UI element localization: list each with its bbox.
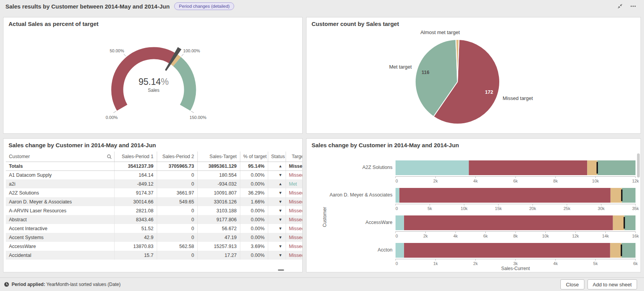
- bullet-bar-accessware[interactable]: 02k4k6k8k10k12k14k16k: [396, 215, 637, 241]
- x-axis-tick-label: 0: [396, 206, 398, 211]
- table-row: a2i-849.120-934.0320.00%▲Met: [6, 179, 302, 188]
- measure-bar: [396, 160, 469, 175]
- status-cell: ▼: [268, 215, 286, 224]
- gauge-tick: [191, 111, 194, 113]
- bullet-chart: A2Z Solutions02k4k6k8k10k12kAaron D. Mey…: [307, 139, 641, 272]
- column-header-target[interactable]: Target: [286, 152, 302, 162]
- pct-of-target-cell: 0.00%: [240, 179, 268, 188]
- more-menu-icon[interactable]: [630, 3, 636, 9]
- gauge-tick-label: 0.00%: [106, 115, 118, 120]
- collapse-icon[interactable]: [617, 3, 623, 9]
- column-header--of-target[interactable]: % of target: [240, 152, 268, 162]
- x-axis-tick-label: 0: [396, 179, 398, 183]
- gauge-tick: [113, 111, 116, 113]
- pie-chart[interactable]: 172Missed target116Met targetAlmost met …: [307, 17, 641, 133]
- close-button[interactable]: Close: [560, 279, 584, 289]
- column-header-sales-period-1[interactable]: Sales-Period 1: [114, 152, 157, 162]
- sales-target-cell: 17.27: [197, 251, 240, 260]
- x-axis-tick-label: 15k: [495, 206, 502, 211]
- sales-period1-cell: 13870.83: [114, 242, 157, 251]
- x-axis-tick-label: 2k: [423, 234, 428, 238]
- target-marker: [596, 162, 598, 174]
- vertical-scrollbar-thumb[interactable]: [637, 153, 640, 177]
- sales-period2-cell: 549.65: [157, 197, 197, 206]
- customer-cell[interactable]: Abstract: [6, 215, 114, 224]
- range-missed: [469, 160, 587, 175]
- customer-cell[interactable]: Aaron D. Meyer & Associates: [6, 197, 114, 206]
- x-axis-tick-label: 20k: [529, 206, 536, 211]
- customer-cell[interactable]: A1 Datacom Supply: [6, 170, 114, 179]
- pct-of-target-cell: 1.66%: [240, 197, 268, 206]
- customer-cell[interactable]: Accidental: [6, 251, 114, 260]
- bullet-bar-label: AccessWare: [307, 220, 392, 225]
- column-header-status[interactable]: Status: [268, 152, 286, 162]
- customer-cell[interactable]: a2i: [6, 179, 114, 188]
- x-axis-tick-label: 10k: [592, 179, 599, 183]
- customer-cell[interactable]: A2Z Solutions: [6, 188, 114, 197]
- gauge-chart[interactable]: 0.00%50.00%100.00%150.00%95.14%Sales: [3, 17, 302, 133]
- bullet-x-axis-label: Sales-Current: [396, 266, 635, 271]
- target-result-cell: Missed: [286, 215, 302, 224]
- table-row: Abstract8343.4609177.8060.00%▼Missed: [6, 215, 302, 224]
- target-result-cell: Missed: [286, 206, 302, 215]
- pie-slice-label: Almost met target: [420, 29, 460, 35]
- bullet-chart-panel: Sales change by Customer in 2014-May and…: [306, 138, 641, 272]
- pct-of-target-cell: 0.00%: [240, 251, 268, 260]
- add-to-new-sheet-button[interactable]: Add to new sheet: [587, 279, 637, 289]
- sales-target-cell: 10091.807: [197, 188, 240, 197]
- customer-cell[interactable]: Accent Systems: [6, 233, 114, 242]
- customer-cell[interactable]: AccessWare: [6, 242, 114, 251]
- pct-of-target-cell: 95.14%: [240, 162, 268, 170]
- target-marker: [621, 245, 622, 256]
- target-marker: [621, 189, 623, 201]
- pie-value-label: 116: [421, 70, 429, 75]
- sales-target-cell: 180.554: [197, 170, 240, 179]
- status-cell: ▼: [268, 224, 286, 233]
- status-cell: ▼: [268, 188, 286, 197]
- bullet-bar-a2z-solutions[interactable]: 02k4k6k8k10k12k: [396, 160, 637, 186]
- measure-bar: [396, 215, 404, 230]
- x-axis-tick-label: 10k: [542, 234, 549, 238]
- pie-value-label: 172: [485, 90, 493, 95]
- table-row: A-ARVIN Laser Resources2821.0803103.1880…: [6, 206, 302, 215]
- sales-period2-cell: 562.58: [157, 242, 197, 251]
- sales-period2-cell: 0: [157, 224, 197, 233]
- customer-cell[interactable]: Totals: [6, 162, 114, 170]
- customer-cell[interactable]: Accent Interactive: [6, 224, 114, 233]
- gauge-panel: Actual Sales as percent of target 0.00%5…: [3, 17, 303, 134]
- period-applied-text: Period applied: YearMonth-last sorted va…: [12, 282, 120, 287]
- status-cell: ▼: [268, 242, 286, 251]
- table-row: A1 Datacom Supply164.140180.5540.00%▼Mis…: [6, 170, 302, 179]
- x-axis-tick-label: 0: [396, 234, 398, 238]
- period-applied-value: YearMonth-last sorted values (Date): [46, 282, 121, 287]
- sales-table: CustomerSales-Period 1Sales-Period 2Sale…: [6, 152, 302, 260]
- x-axis-tick-label: 1k: [433, 261, 438, 266]
- x-axis-tick-label: 35k: [632, 206, 639, 211]
- range-missed: [404, 215, 613, 230]
- pct-of-target-cell: 0.00%: [240, 224, 268, 233]
- bullet-bar-aaron-d-meyer-associates[interactable]: 05k10k15k20k25k30k35k: [396, 188, 637, 214]
- customer-cell[interactable]: A-ARVIN Laser Resources: [6, 206, 114, 215]
- target-result-cell: Missed: [286, 197, 302, 206]
- sales-period1-cell: 42.9: [114, 233, 157, 242]
- x-axis-tick-label: 6k: [633, 261, 638, 266]
- sales-period2-cell: 0: [157, 251, 197, 260]
- x-axis-tick-label: 6k: [483, 234, 488, 238]
- pct-of-target-cell: 0.00%: [240, 233, 268, 242]
- status-cell: ▼: [268, 197, 286, 206]
- x-axis-tick-label: 2k: [473, 261, 478, 266]
- range-met: [597, 160, 635, 175]
- search-icon[interactable]: [107, 154, 112, 159]
- sales-period1-cell: 3541237.39: [114, 162, 157, 170]
- column-header-sales-target[interactable]: Sales-Target: [197, 152, 240, 162]
- gauge-tick: [124, 54, 126, 56]
- x-axis-tick-label: 12k: [632, 179, 639, 183]
- x-axis-tick-label: 4k: [453, 234, 458, 238]
- column-header-sales-period-2[interactable]: Sales-Period 2: [157, 152, 197, 162]
- range-met: [624, 215, 635, 230]
- bullet-bar-accton[interactable]: 01k2k3k4k5k6k: [396, 243, 637, 269]
- x-axis-tick-label: 6k: [513, 179, 518, 183]
- x-axis-tick-label: 25k: [564, 206, 570, 211]
- horizontal-scrollbar-thumb[interactable]: [278, 269, 284, 271]
- column-header-customer[interactable]: Customer: [6, 152, 114, 162]
